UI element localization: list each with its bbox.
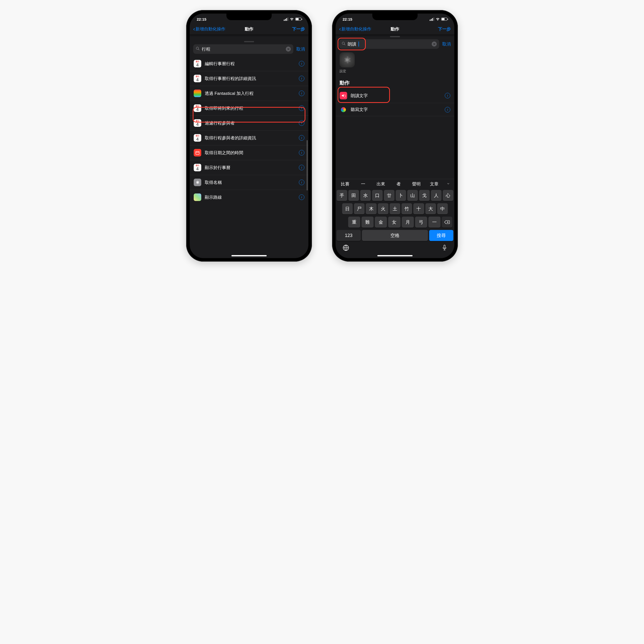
candidate[interactable]: 文章 — [427, 181, 441, 187]
back-button[interactable]: ‹ 新增自動化操作 — [339, 26, 371, 32]
row-label: 聽寫文字 — [351, 107, 441, 112]
action-row[interactable]: 週日4取得行程參與者的詳細資訊i — [190, 131, 308, 145]
chevron-down-icon[interactable] — [445, 182, 452, 187]
key[interactable]: 女 — [388, 217, 400, 228]
action-row[interactable]: 取得名稱i — [190, 175, 308, 190]
key[interactable]: 竹 — [401, 203, 412, 214]
candidate[interactable]: 聲明 — [409, 181, 424, 187]
next-button[interactable]: 下一步 — [438, 26, 451, 32]
key[interactable]: 金 — [375, 217, 387, 228]
info-icon[interactable]: i — [299, 135, 304, 141]
info-icon[interactable]: i — [445, 93, 450, 98]
keyboard: 比賽一出來者聲明文章 手田水口廿卜山戈人心 日尸木火土竹十大中 重難金女月弓一 … — [336, 179, 454, 258]
truncated-top — [190, 34, 308, 39]
candidate[interactable]: 出來 — [374, 181, 388, 187]
key-123[interactable]: 123 — [337, 230, 361, 241]
phone-left: 22:15 ‹ 新增自動化操作 動作 下一步 — [186, 10, 312, 262]
candidate-bar[interactable]: 比賽一出來者聲明文章 — [336, 179, 454, 189]
key[interactable]: 中 — [437, 203, 448, 214]
backspace-key[interactable] — [442, 217, 452, 228]
home-indicator[interactable] — [231, 255, 267, 256]
nav-bar: ‹ 新增自動化操作 動作 下一步 — [190, 25, 308, 34]
info-icon[interactable]: i — [299, 194, 304, 200]
back-button[interactable]: ‹ 新增自動化操作 — [193, 26, 225, 32]
key[interactable]: 木 — [366, 203, 376, 214]
key-space[interactable]: 空格 — [362, 230, 428, 241]
key[interactable]: 水 — [360, 190, 371, 201]
key[interactable]: 手 — [337, 190, 347, 201]
action-row[interactable]: 週日4取得即將到來的行程i — [190, 101, 308, 116]
battery-icon — [441, 18, 447, 21]
action-row[interactable]: 取得日期之間的時間i — [190, 145, 308, 160]
info-icon[interactable]: i — [299, 150, 304, 155]
key[interactable]: 尸 — [354, 203, 365, 214]
wifi-icon — [436, 18, 440, 21]
info-icon[interactable]: i — [445, 107, 450, 112]
sheet-grabber[interactable] — [244, 41, 254, 42]
info-icon[interactable]: i — [299, 91, 304, 96]
key[interactable]: 火 — [378, 203, 388, 214]
globe-icon[interactable] — [343, 245, 349, 253]
clear-icon[interactable]: ✕ — [286, 47, 291, 52]
key[interactable]: 卜 — [396, 190, 406, 201]
key-search[interactable]: 搜尋 — [429, 230, 453, 241]
status-time: 22:15 — [343, 17, 352, 21]
info-icon[interactable]: i — [299, 61, 304, 66]
info-icon[interactable]: i — [299, 165, 304, 170]
key[interactable]: 大 — [425, 203, 436, 214]
nav-title: 動作 — [391, 26, 399, 32]
cancel-button[interactable]: 取消 — [296, 46, 305, 52]
key[interactable]: 廿 — [384, 190, 394, 201]
search-field[interactable]: ✕ — [193, 44, 293, 54]
action-row-speak[interactable]: 朗讀文字 i — [336, 88, 454, 103]
action-row-dictate[interactable]: 聽寫文字 i — [336, 103, 454, 116]
key[interactable]: 日 — [342, 203, 353, 214]
mic-icon[interactable] — [442, 245, 447, 253]
home-indicator[interactable] — [377, 255, 413, 256]
key[interactable]: 山 — [407, 190, 418, 201]
info-icon[interactable]: i — [299, 120, 304, 126]
calendar-icon: 週日4 — [194, 119, 201, 127]
key[interactable]: 戈 — [419, 190, 430, 201]
key[interactable]: 月 — [402, 217, 414, 228]
clear-icon[interactable]: ✕ — [432, 42, 437, 47]
info-icon[interactable]: i — [299, 180, 304, 185]
key[interactable]: 田 — [348, 190, 359, 201]
maps-icon — [194, 193, 201, 201]
sheet-grabber[interactable] — [390, 36, 400, 37]
info-icon[interactable]: i — [299, 76, 304, 81]
status-right — [430, 17, 447, 21]
action-row[interactable]: 週日4顯示於行事曆i — [190, 160, 308, 175]
date-icon — [194, 149, 201, 156]
candidate[interactable]: 者 — [391, 181, 406, 187]
row-label: 取得名稱 — [205, 180, 295, 185]
candidate[interactable]: 一 — [356, 181, 370, 187]
key[interactable]: 土 — [390, 203, 400, 214]
scroll-indicator[interactable] — [307, 140, 308, 190]
action-row[interactable]: 週日4過濾行程參與者i — [190, 116, 308, 131]
key[interactable]: 重 — [348, 217, 360, 228]
key[interactable]: 人 — [431, 190, 441, 201]
key[interactable]: 心 — [443, 190, 453, 201]
search-input[interactable] — [202, 47, 284, 52]
phone-right: 22:15 ‹ 新增自動化操作 動作 下一步 — [332, 10, 458, 262]
key[interactable]: 十 — [413, 203, 424, 214]
nav-title: 動作 — [245, 26, 253, 32]
key[interactable]: 口 — [372, 190, 383, 201]
calendar-icon: 週日4 — [194, 60, 201, 67]
key[interactable]: 弓 — [415, 217, 427, 228]
search-field[interactable]: 朗讀 ✕ — [339, 39, 439, 49]
action-row[interactable]: 顯示路線i — [190, 190, 308, 205]
next-button[interactable]: 下一步 — [292, 26, 305, 32]
action-row[interactable]: 週日4取得行事曆行程的詳細資訊i — [190, 71, 308, 86]
info-icon[interactable]: i — [299, 105, 304, 111]
cancel-button[interactable]: 取消 — [442, 41, 451, 47]
section-title: 動作 — [336, 73, 454, 88]
app-result-settings[interactable]: 設定 — [336, 51, 454, 73]
key[interactable]: 一 — [428, 217, 440, 228]
action-row[interactable]: 透過 Fantastical 加入行程i — [190, 86, 308, 101]
action-row[interactable]: 週日4編輯行事曆行程i — [190, 56, 308, 71]
key[interactable]: 難 — [361, 217, 374, 228]
candidate[interactable]: 比賽 — [338, 181, 352, 187]
calendar-icon: 週日4 — [194, 104, 201, 112]
